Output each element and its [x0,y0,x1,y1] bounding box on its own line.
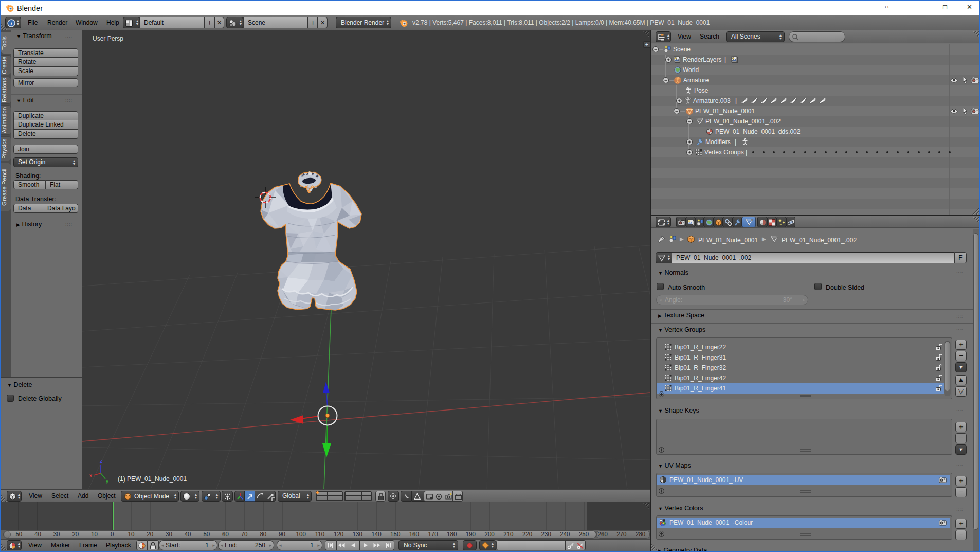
svg-text:z: z [100,458,102,464]
svg-text:y: y [106,478,108,484]
svg-text:x: x [89,473,92,478]
